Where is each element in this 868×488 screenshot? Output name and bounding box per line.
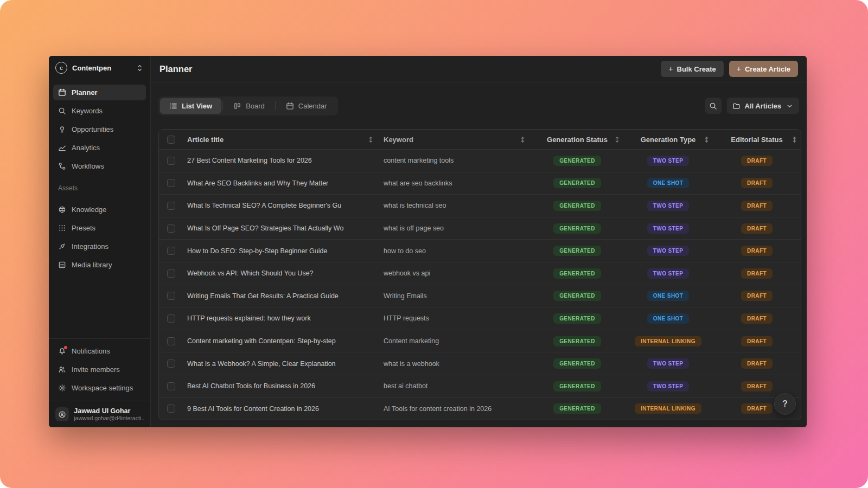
generation-status-badge: GENERATED xyxy=(553,201,601,211)
sort-icon[interactable] xyxy=(790,136,799,144)
row-checkbox[interactable] xyxy=(167,337,175,345)
grid-icon xyxy=(58,224,66,232)
article-title-cell[interactable]: 27 Best Content Marketing Tools for 2026 xyxy=(183,157,379,164)
articles-filter-dropdown[interactable]: All Articles xyxy=(727,98,799,114)
row-checkbox-cell xyxy=(159,157,183,165)
keyword-cell: webhook vs api xyxy=(379,269,531,277)
table-row[interactable]: Best AI Chatbot Tools for Business in 20… xyxy=(159,375,801,397)
sidebar-item-invite-members[interactable]: Invite members xyxy=(53,362,146,377)
table-row[interactable]: What Is Off Page SEO? Strategies That Ac… xyxy=(159,217,801,240)
article-title-cell[interactable]: Best AI Chatbot Tools for Business in 20… xyxy=(183,382,379,390)
generation-status-cell: GENERATED xyxy=(531,358,623,369)
article-title-cell[interactable]: Writing Emails That Get Results: A Pract… xyxy=(183,292,379,300)
sidebar-item-analytics[interactable]: Analytics xyxy=(53,140,146,156)
sidebar-item-workflows[interactable]: Workflows xyxy=(53,158,146,174)
row-checkbox[interactable] xyxy=(167,179,175,187)
help-button[interactable]: ? xyxy=(774,393,796,415)
generation-status-cell: GENERATED xyxy=(531,201,623,211)
row-checkbox[interactable] xyxy=(167,359,175,368)
article-title-cell[interactable]: HTTP requests explained: how they work xyxy=(183,314,379,322)
chart-icon xyxy=(58,144,66,152)
row-checkbox[interactable] xyxy=(167,224,175,233)
column-header-keyword[interactable]: Keyword xyxy=(379,136,531,144)
column-header-article-title[interactable]: Article title xyxy=(183,136,379,144)
table-row[interactable]: Content marketing with Contentpen: Step-… xyxy=(159,330,801,352)
article-title-cell[interactable]: What Are SEO Backlinks and Why They Matt… xyxy=(183,179,379,187)
create-article-button[interactable]: + Create Article xyxy=(729,61,798,77)
row-checkbox[interactable] xyxy=(167,292,175,300)
row-checkbox[interactable] xyxy=(167,202,175,210)
table-row[interactable]: What Is a Webhook? A Simple, Clear Expla… xyxy=(159,352,801,375)
article-title-cell[interactable]: How to Do SEO: Step-by-Step Beginner Gui… xyxy=(183,247,379,255)
sidebar-item-integrations[interactable]: Integrations xyxy=(53,239,146,254)
row-checkbox-cell xyxy=(159,359,183,368)
article-title-cell[interactable]: What Is Technical SEO? A Complete Beginn… xyxy=(183,202,379,209)
generation-status-cell: GENERATED xyxy=(531,403,623,414)
sidebar-item-presets[interactable]: Presets xyxy=(53,220,146,236)
bell-icon xyxy=(58,347,66,355)
row-checkbox[interactable] xyxy=(167,314,175,323)
avatar xyxy=(55,407,69,421)
table-row[interactable]: 27 Best Content Marketing Tools for 2026… xyxy=(159,149,801,172)
article-title-cell[interactable]: Webhook vs API: Which Should You Use? xyxy=(183,269,379,277)
sidebar-item-planner[interactable]: Planner xyxy=(53,85,146,100)
search-icon xyxy=(58,107,66,115)
table-row[interactable]: What Are SEO Backlinks and Why They Matt… xyxy=(159,172,801,195)
column-header-editorial-status[interactable]: Editorial Status xyxy=(713,136,801,144)
sidebar-item-workspace-settings[interactable]: Workspace settings xyxy=(53,380,146,396)
article-title-cell[interactable]: What Is a Webhook? A Simple, Clear Expla… xyxy=(183,360,379,368)
tab-label: Board xyxy=(246,102,265,110)
sidebar-item-label: Notifications xyxy=(72,347,110,355)
row-checkbox-cell xyxy=(159,269,183,278)
sort-icon[interactable] xyxy=(613,136,621,144)
row-checkbox[interactable] xyxy=(167,269,175,278)
assets-section-label: Assets xyxy=(49,177,150,196)
workspace-switcher[interactable]: c Contentpen xyxy=(49,56,150,79)
sidebar-item-knowledge[interactable]: Knowledge xyxy=(53,202,146,217)
caret-sort-icon[interactable] xyxy=(136,64,144,72)
article-title-cell[interactable]: What Is Off Page SEO? Strategies That Ac… xyxy=(183,224,379,232)
table-row[interactable]: HTTP requests explained: how they workHT… xyxy=(159,307,801,330)
tab-board[interactable]: Board xyxy=(224,98,274,114)
table-row[interactable]: How to Do SEO: Step-by-Step Beginner Gui… xyxy=(159,239,801,262)
column-header-generation-status[interactable]: Generation Status xyxy=(531,136,623,144)
generation-status-badge: GENERATED xyxy=(553,246,601,256)
sort-icon[interactable] xyxy=(519,136,527,144)
sidebar-item-media-library[interactable]: Media library xyxy=(53,257,146,273)
tab-separator xyxy=(275,101,276,110)
table-row[interactable]: 9 Best AI Tools for Content Creation in … xyxy=(159,397,801,420)
sidebar-item-opportunities[interactable]: Opportunities xyxy=(53,121,146,137)
sidebar-item-notifications[interactable]: Notifications xyxy=(53,343,146,359)
select-all-checkbox[interactable] xyxy=(167,136,175,144)
row-checkbox[interactable] xyxy=(167,382,175,390)
column-header-generation-type[interactable]: Generation Type xyxy=(623,136,713,144)
row-checkbox[interactable] xyxy=(167,404,175,413)
table-row[interactable]: Webhook vs API: Which Should You Use?web… xyxy=(159,262,801,285)
row-checkbox[interactable] xyxy=(167,157,175,165)
bulk-create-button[interactable]: + Bulk Create xyxy=(661,61,723,77)
article-title-cell[interactable]: Content marketing with Contentpen: Step-… xyxy=(183,337,379,345)
table-row[interactable]: What Is Technical SEO? A Complete Beginn… xyxy=(159,194,801,217)
tab-list-view[interactable]: List View xyxy=(160,98,221,114)
generation-status-badge: GENERATED xyxy=(553,336,601,346)
sort-icon[interactable] xyxy=(367,136,375,144)
table-row[interactable]: Writing Emails That Get Results: A Pract… xyxy=(159,285,801,307)
sort-icon[interactable] xyxy=(703,136,711,144)
main-panel: Planner + Bulk Create + Create Article L… xyxy=(151,56,807,427)
user-email: jawwad.gohar@d4interacti... xyxy=(74,415,144,421)
row-checkbox[interactable] xyxy=(167,247,175,255)
generation-type-cell: TWO STEP xyxy=(623,246,713,256)
editorial-status-cell: DRAFT xyxy=(713,178,801,188)
generation-type-cell: TWO STEP xyxy=(623,268,713,279)
knowledge-icon xyxy=(58,206,66,214)
editorial-status-badge: DRAFT xyxy=(741,156,773,166)
article-title-cell[interactable]: 9 Best AI Tools for Content Creation in … xyxy=(183,405,379,413)
generation-type-cell: ONE SHOT xyxy=(623,313,713,324)
sidebar-item-keywords[interactable]: Keywords xyxy=(53,103,146,119)
page-title: Planner xyxy=(159,64,193,74)
user-account[interactable]: Jawwad Ul Gohar jawwad.gohar@d4interacti… xyxy=(49,401,150,427)
tab-label: Calendar xyxy=(298,102,327,110)
generation-status-cell: GENERATED xyxy=(531,246,623,256)
search-button[interactable] xyxy=(705,98,722,114)
tab-calendar[interactable]: Calendar xyxy=(277,98,336,114)
